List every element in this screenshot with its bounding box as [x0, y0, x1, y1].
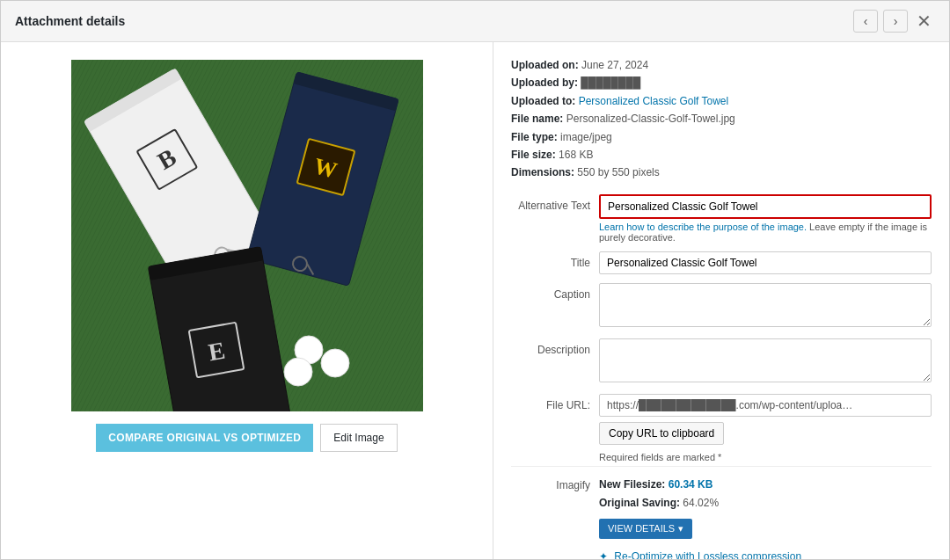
description-row: Description — [511, 338, 932, 385]
imagify-label: Imagify — [511, 476, 590, 491]
modal-title: Attachment details — [15, 14, 125, 28]
file-size-value: 168 KB — [559, 149, 593, 161]
modal-body: B W — [1, 42, 949, 559]
prev-button[interactable]: ‹ — [853, 10, 878, 33]
alt-hint: Learn how to describe the purpose of the… — [599, 222, 932, 243]
new-filesize-value: 60.34 KB — [669, 478, 713, 491]
imagify-actions: ✦ Re-Optimize with Lossless compression … — [599, 546, 932, 559]
imagify-content: New Filesize: 60.34 KB Original Saving: … — [599, 476, 932, 559]
file-url-input[interactable] — [599, 394, 932, 417]
title-label: Title — [511, 251, 590, 269]
view-details-button[interactable]: VIEW DETAILS ▾ — [599, 519, 692, 539]
file-url-input-row — [599, 394, 932, 417]
file-type-label: File type: — [511, 131, 558, 143]
uploaded-on-label: Uploaded on: — [511, 59, 579, 71]
caption-wrap — [599, 283, 932, 330]
file-url-wrap: Copy URL to clipboard — [599, 394, 932, 445]
copy-url-button[interactable]: Copy URL to clipboard — [599, 422, 724, 445]
description-input[interactable] — [599, 338, 932, 382]
image-actions: COMPARE ORIGINAL VS OPTIMIZED Edit Image — [96, 424, 397, 452]
svg-point-24 — [284, 358, 312, 386]
attachment-image: B W — [71, 60, 423, 411]
reoptimize-link[interactable]: Re-Optimize with Lossless compression — [614, 550, 801, 559]
alt-text-row: Alternative Text Learn how to describe t… — [511, 194, 932, 243]
image-panel: B W — [1, 42, 493, 559]
next-button[interactable]: › — [883, 10, 908, 33]
original-saving-value: 64.02% — [683, 497, 719, 509]
close-button[interactable]: ✕ — [913, 12, 935, 30]
new-filesize-label: New Filesize: — [599, 478, 665, 491]
caption-row: Caption — [511, 283, 932, 330]
title-input[interactable] — [599, 251, 932, 274]
original-saving-label: Original Saving: — [599, 497, 680, 509]
alt-hint-link[interactable]: Learn how to describe the purpose of the… — [599, 222, 807, 232]
view-details-label: VIEW DETAILS — [608, 523, 675, 534]
edit-image-button[interactable]: Edit Image — [320, 424, 397, 452]
file-name-value: Personalized-Classic-Golf-Towel.jpg — [566, 113, 735, 125]
imagify-saving: Original Saving: 64.02% — [599, 494, 932, 513]
dimensions-value: 550 by 550 pixels — [577, 166, 659, 178]
imagify-row: Imagify New Filesize: 60.34 KB Original … — [511, 476, 932, 559]
alt-text-input[interactable] — [599, 194, 932, 219]
action1-row: ✦ Re-Optimize with Lossless compression — [599, 546, 932, 559]
file-type-value: image/jpeg — [560, 131, 612, 143]
file-name-label: File name: — [511, 113, 563, 125]
title-row: Title — [511, 251, 932, 274]
imagify-stats: New Filesize: 60.34 KB — [599, 476, 932, 495]
caption-label: Caption — [511, 283, 590, 301]
alt-text-label: Alternative Text — [511, 194, 590, 212]
description-label: Description — [511, 338, 590, 356]
file-url-row: File URL: Copy URL to clipboard — [511, 394, 932, 445]
uploaded-to-label: Uploaded to: — [511, 95, 575, 107]
uploaded-by-label: Uploaded by: — [511, 76, 578, 89]
description-wrap — [599, 338, 932, 385]
dimensions-label: Dimensions: — [511, 166, 574, 178]
modal-header: Attachment details ‹ › ✕ — [1, 1, 949, 42]
uploaded-by-value: ████████ — [581, 76, 640, 89]
golf-towel-svg: B W — [71, 60, 423, 411]
svg-point-23 — [321, 349, 349, 377]
compare-button[interactable]: COMPARE ORIGINAL VS OPTIMIZED — [96, 424, 313, 452]
alt-text-wrap: Learn how to describe the purpose of the… — [599, 194, 932, 243]
form-section: Alternative Text Learn how to describe t… — [511, 194, 932, 445]
meta-section: Uploaded on: June 27, 2024 Uploaded by: … — [511, 56, 932, 182]
imagify-section: Imagify New Filesize: 60.34 KB Original … — [511, 466, 932, 559]
required-note: Required fields are marked * — [599, 452, 932, 462]
chevron-down-icon: ▾ — [678, 523, 683, 535]
modal-nav: ‹ › ✕ — [853, 10, 935, 33]
title-wrap — [599, 251, 932, 274]
file-size-label: File size: — [511, 149, 556, 161]
uploaded-on-value: June 27, 2024 — [581, 59, 648, 71]
caption-input[interactable] — [599, 283, 932, 327]
uploaded-to-link[interactable]: Personalized Classic Golf Towel — [579, 95, 729, 107]
details-panel: Uploaded on: June 27, 2024 Uploaded by: … — [493, 42, 949, 559]
file-url-label: File URL: — [511, 394, 590, 411]
